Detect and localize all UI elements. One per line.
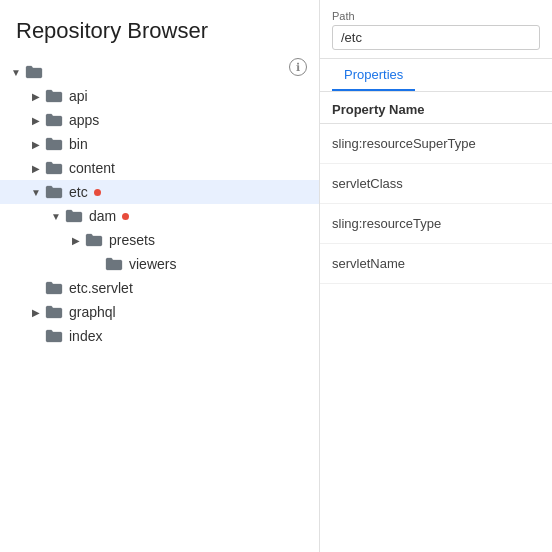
app-title: Repository Browser xyxy=(16,18,303,44)
property-row-2[interactable]: sling:resourceType xyxy=(320,204,552,244)
info-icon[interactable]: ℹ xyxy=(289,58,307,76)
left-panel: Repository Browser ℹ ▼ ▶ api▶ apps▶ bin▶… xyxy=(0,0,320,552)
folder-icon-index xyxy=(44,328,64,344)
node-label-etc: etc xyxy=(69,184,88,200)
node-label-dam: dam xyxy=(89,208,116,224)
tree-node-apps[interactable]: ▶ apps xyxy=(0,108,319,132)
node-label-viewers: viewers xyxy=(129,256,176,272)
chevron-bin: ▶ xyxy=(28,136,44,152)
tree-node-graphql[interactable]: ▶ graphql xyxy=(0,300,319,324)
folder-icon-root xyxy=(24,64,44,80)
chevron-etc: ▼ xyxy=(28,184,44,200)
folder-icon-dam xyxy=(64,208,84,224)
tree-node-presets[interactable]: ▶ presets xyxy=(0,228,319,252)
chevron-content: ▶ xyxy=(28,160,44,176)
tree-node-bin[interactable]: ▶ bin xyxy=(0,132,319,156)
node-label-index: index xyxy=(69,328,102,344)
tabs-bar: Properties xyxy=(320,59,552,92)
tab-properties[interactable]: Properties xyxy=(332,59,415,91)
chevron-dam: ▼ xyxy=(48,208,64,224)
property-row-3[interactable]: servletName xyxy=(320,244,552,284)
folder-icon-content xyxy=(44,160,64,176)
left-panel-header: Repository Browser xyxy=(0,0,319,56)
tree-nodes-container: ▶ api▶ apps▶ bin▶ content▼ etc▼ dam▶ pre… xyxy=(0,84,319,348)
node-label-graphql: graphql xyxy=(69,304,116,320)
chevron-graphql: ▶ xyxy=(28,304,44,320)
chevron-api: ▶ xyxy=(28,88,44,104)
path-input[interactable] xyxy=(332,25,540,50)
folder-icon-presets xyxy=(84,232,104,248)
path-bar: Path xyxy=(320,0,552,59)
chevron-apps: ▶ xyxy=(28,112,44,128)
properties-list: sling:resourceSuperTypeservletClasssling… xyxy=(320,124,552,552)
folder-icon-etcservlet xyxy=(44,280,64,296)
node-label-presets: presets xyxy=(109,232,155,248)
tree-node-api[interactable]: ▶ api xyxy=(0,84,319,108)
right-panel: Path Properties Property Name sling:reso… xyxy=(320,0,552,552)
path-label: Path xyxy=(332,10,540,22)
tree-node-etc[interactable]: ▼ etc xyxy=(0,180,319,204)
node-label-apps: apps xyxy=(69,112,99,128)
property-row-0[interactable]: sling:resourceSuperType xyxy=(320,124,552,164)
chevron-presets: ▶ xyxy=(68,232,84,248)
chevron-root: ▼ xyxy=(8,64,24,80)
folder-icon-viewers xyxy=(104,256,124,272)
tree-node-dam[interactable]: ▼ dam xyxy=(0,204,319,228)
properties-header: Property Name xyxy=(320,92,552,124)
tree-node-content[interactable]: ▶ content xyxy=(0,156,319,180)
app-layout: Repository Browser ℹ ▼ ▶ api▶ apps▶ bin▶… xyxy=(0,0,552,552)
node-dot-etc xyxy=(94,189,101,196)
folder-icon-apps xyxy=(44,112,64,128)
tree-node-root[interactable]: ▼ xyxy=(0,60,319,84)
tree-node-etcservlet[interactable]: etc.servlet xyxy=(0,276,319,300)
property-row-1[interactable]: servletClass xyxy=(320,164,552,204)
node-label-etcservlet: etc.servlet xyxy=(69,280,133,296)
tree-area: ℹ ▼ ▶ api▶ apps▶ bin▶ content▼ etc▼ d xyxy=(0,56,319,552)
node-label-content: content xyxy=(69,160,115,176)
node-label-api: api xyxy=(69,88,88,104)
folder-icon-bin xyxy=(44,136,64,152)
folder-icon-api xyxy=(44,88,64,104)
node-label-bin: bin xyxy=(69,136,88,152)
node-dot-dam xyxy=(122,213,129,220)
folder-icon-graphql xyxy=(44,304,64,320)
tree-node-index[interactable]: index xyxy=(0,324,319,348)
folder-icon-etc xyxy=(44,184,64,200)
tree-node-viewers[interactable]: viewers xyxy=(0,252,319,276)
